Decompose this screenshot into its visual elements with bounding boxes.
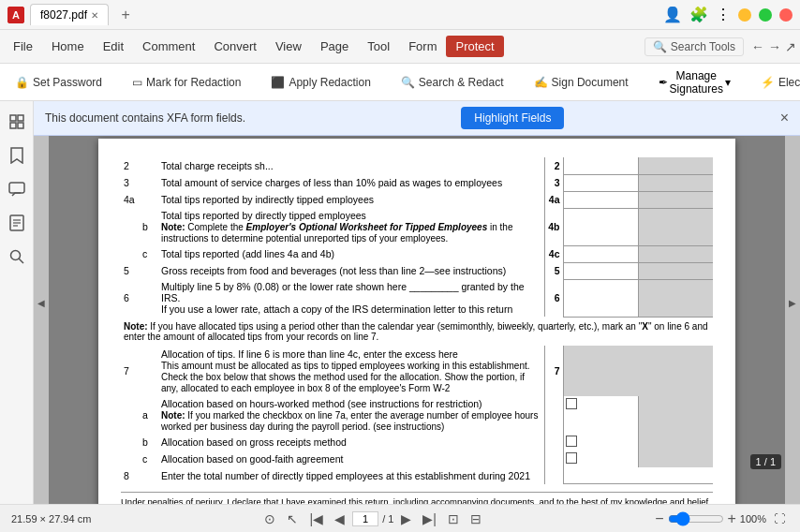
row-text: Total tips reported by directly tipped e… xyxy=(158,208,544,245)
right-line-number: 4c xyxy=(544,245,563,262)
menu-comment[interactable]: Comment xyxy=(133,36,204,57)
current-page-input[interactable] xyxy=(352,511,378,526)
electronic-button[interactable]: ⚡ Electro... xyxy=(753,72,800,93)
menu-edit[interactable]: Edit xyxy=(94,36,133,57)
apply-redaction-button[interactable]: ⬛ Apply Redaction xyxy=(263,72,378,93)
notification-bar: This document contains XFA form fields. … xyxy=(34,101,800,136)
row-text: Enter the total number of directly tippe… xyxy=(158,467,544,484)
zoom-slider[interactable] xyxy=(668,511,724,526)
pdf-tab[interactable]: f8027.pdf ✕ xyxy=(30,4,109,25)
svg-line-12 xyxy=(19,259,23,263)
right-line-number: 7 xyxy=(544,346,563,396)
menu-page[interactable]: Page xyxy=(311,36,358,57)
menu-home[interactable]: Home xyxy=(42,36,94,57)
right-line-number: 4a xyxy=(544,191,563,208)
line-number xyxy=(121,396,140,434)
menu-tool[interactable]: Tool xyxy=(358,36,399,57)
notification-close-button[interactable]: × xyxy=(780,110,789,126)
row-text: Allocation based on good-faith agreement xyxy=(158,451,544,467)
svg-rect-2 xyxy=(10,115,16,121)
table-row: 8 Enter the total number of directly tip… xyxy=(121,467,713,484)
cursor-tool-button[interactable]: ⊙ xyxy=(260,510,279,528)
last-page-button[interactable]: ▶| xyxy=(419,510,440,528)
sub-line: b xyxy=(140,208,158,245)
scroll-right-arrow[interactable]: ▶ xyxy=(785,101,800,504)
table-row: 4a Total tips reported by indirectly tip… xyxy=(121,191,713,208)
table-row: Note: If you have allocated tips using a… xyxy=(121,317,713,346)
checkbox-7b[interactable] xyxy=(566,436,577,447)
sidebar-pages[interactable] xyxy=(4,109,30,135)
checkbox-7a[interactable] xyxy=(566,398,577,409)
sidebar-notes[interactable] xyxy=(4,210,30,236)
more-icon[interactable]: ⋮ xyxy=(716,6,731,23)
right-line-number: 6 xyxy=(544,279,563,317)
pdf-scroll-area[interactable]: 2 Total charge receipts sh... 2 3 Total … xyxy=(49,101,785,504)
table-row: 5 Gross receipts from food and beverages… xyxy=(121,262,713,279)
svg-text:A: A xyxy=(12,9,20,21)
next-page-button[interactable]: ▶ xyxy=(397,510,415,528)
zoom-percent: 100% xyxy=(740,513,766,525)
zoom-out-button[interactable]: − xyxy=(655,510,663,527)
form-table: 2 Total charge receipts sh... 2 3 Total … xyxy=(121,157,713,484)
sidebar-search[interactable] xyxy=(4,244,30,270)
signatures-icon: ✒ xyxy=(659,76,668,89)
minimize-button[interactable] xyxy=(738,8,751,22)
search-redact-button[interactable]: 🔍 Search & Redact xyxy=(393,72,511,93)
highlight-fields-button[interactable]: Highlight Fields xyxy=(461,107,564,129)
new-tab-button[interactable]: + xyxy=(114,4,137,26)
prev-page-button[interactable]: ◀ xyxy=(331,510,348,528)
row-text: Allocation based on hours-worked method … xyxy=(158,396,544,434)
line-number: 3 xyxy=(121,174,140,191)
close-button[interactable] xyxy=(779,8,793,22)
table-row: b Allocation based on gross receipts met… xyxy=(121,434,713,451)
mark-redaction-button[interactable]: ▭ Mark for Redaction xyxy=(125,72,248,93)
row-text: Allocation based on gross receipts metho… xyxy=(158,434,544,451)
menu-view[interactable]: View xyxy=(266,36,311,57)
line-number: 6 xyxy=(121,279,140,317)
line-number: 5 xyxy=(121,262,140,279)
menu-bar: File Home Edit Comment Convert View Page… xyxy=(0,30,800,64)
row-text: Total tips reported (add lines 4a and 4b… xyxy=(158,245,544,262)
title-bar-left: A f8027.pdf ✕ + xyxy=(7,4,663,26)
title-bar: A f8027.pdf ✕ + 👤 🧩 ⋮ xyxy=(0,0,800,30)
document-dimensions: 21.59 × 27.94 cm xyxy=(11,513,91,525)
manage-signatures-button[interactable]: ✒ Manage Signatures ▾ xyxy=(651,66,738,99)
tab-close-icon[interactable]: ✕ xyxy=(91,10,98,21)
forward-nav-icon[interactable]: → xyxy=(768,39,781,54)
dropdown-arrow-icon: ▾ xyxy=(725,76,731,89)
right-line-number: 4b xyxy=(544,208,563,245)
row-text: Total tips reported by indirectly tipped… xyxy=(158,191,544,208)
pdf-wrapper: ◀ xyxy=(34,101,800,504)
menu-convert[interactable]: Convert xyxy=(204,36,266,57)
right-line-number: 2 xyxy=(544,157,563,174)
first-page-button[interactable]: |◀ xyxy=(305,510,327,528)
sub-line: a xyxy=(140,396,158,434)
sign-document-button[interactable]: ✍ Sign Document xyxy=(526,72,636,93)
maximize-button[interactable] xyxy=(759,8,772,22)
zoom-control: − + 100% ⛶ xyxy=(655,510,789,527)
line-number xyxy=(121,451,140,467)
scroll-left-arrow[interactable]: ◀ xyxy=(34,101,49,504)
select-tool-button[interactable]: ↖ xyxy=(283,510,302,528)
external-link-icon[interactable]: ↗ xyxy=(785,39,796,54)
menu-form[interactable]: Form xyxy=(399,36,446,57)
checkbox-7c[interactable] xyxy=(566,452,577,464)
page-count-badge: 1 / 1 xyxy=(750,455,781,468)
menu-file[interactable]: File xyxy=(4,36,42,57)
set-password-button[interactable]: 🔒 Set Password xyxy=(7,72,110,93)
fit-page-button[interactable]: ⊡ xyxy=(444,510,463,528)
svg-rect-6 xyxy=(9,183,24,193)
lock-icon: 🔒 xyxy=(15,76,29,89)
zoom-in-button[interactable]: + xyxy=(728,510,736,527)
table-row: 3 Total amount of service charges of les… xyxy=(121,174,713,191)
fit-width-button[interactable]: ⊟ xyxy=(467,510,485,528)
menu-protect[interactable]: Protect xyxy=(446,36,503,57)
sidebar-bookmarks[interactable] xyxy=(4,142,30,169)
back-nav-icon[interactable]: ← xyxy=(751,39,764,54)
line-number: 7 xyxy=(121,346,140,396)
table-row: 2 Total charge receipts sh... 2 xyxy=(121,157,713,174)
sidebar-comments[interactable] xyxy=(4,176,30,202)
fit-screen-button[interactable]: ⛶ xyxy=(770,510,789,527)
row-text: Allocation of tips. If line 6 is more th… xyxy=(158,346,544,396)
search-tools-label: Search Tools xyxy=(671,40,735,53)
